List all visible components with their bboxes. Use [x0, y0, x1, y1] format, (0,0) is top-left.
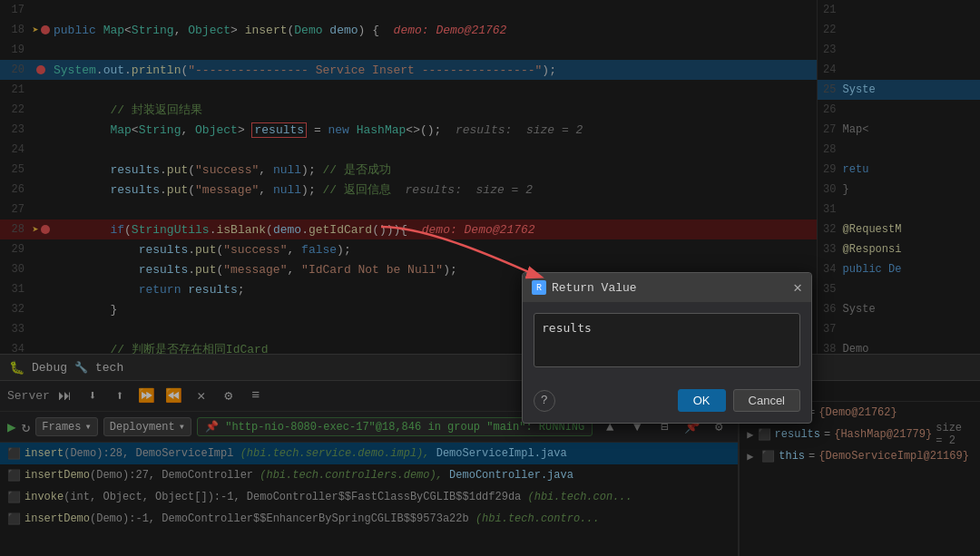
modal-input[interactable]: results — [534, 313, 800, 367]
modal-title-text: Return Value — [552, 281, 637, 295]
modal-help-button[interactable]: ? — [534, 390, 555, 412]
modal-icon: R — [532, 280, 546, 295]
modal-cancel-button[interactable]: Cancel — [733, 389, 800, 412]
modal-ok-button[interactable]: OK — [678, 389, 726, 412]
modal-dialog: R Return Value ✕ results ? OK Cancel — [522, 272, 812, 424]
modal-overlay[interactable]: R Return Value ✕ results ? OK Cancel — [0, 0, 980, 556]
modal-footer: ? OK Cancel — [523, 382, 811, 423]
modal-body: results — [523, 302, 811, 382]
modal-buttons: OK Cancel — [678, 389, 800, 412]
modal-title-bar: R Return Value ✕ — [523, 273, 811, 302]
modal-close-button[interactable]: ✕ — [793, 278, 802, 297]
modal-title: R Return Value — [532, 280, 637, 295]
